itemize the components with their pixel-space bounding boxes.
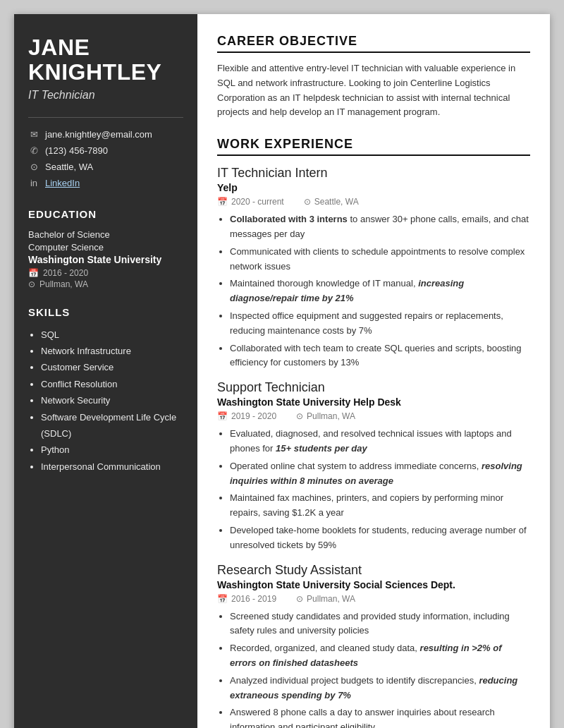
linkedin-link[interactable]: LinkedIn bbox=[45, 178, 80, 188]
resume-container: JANE KNIGHTLEY IT Technician ✉ jane.knig… bbox=[14, 14, 550, 728]
location-icon: ⊙ bbox=[304, 197, 311, 207]
job-bullets: Screened study candidates and provided s… bbox=[217, 609, 530, 728]
work-experience-heading: WORK EXPERIENCE bbox=[217, 137, 530, 156]
job-entry: Support Technician Washington State Univ… bbox=[217, 380, 530, 552]
location-icon: ⊙ bbox=[296, 594, 303, 604]
bullet-item: Screened study candidates and provided s… bbox=[230, 609, 530, 639]
job-bullets: Collaborated with 3 interns to answer 30… bbox=[217, 212, 530, 370]
edu-major: Computer Science bbox=[28, 242, 183, 253]
job-entry: IT Technician Intern Yelp 📅 2020 - curre… bbox=[217, 166, 530, 370]
email-contact: ✉ jane.knightley@email.com bbox=[28, 129, 183, 140]
bullet-item: Inspected office equipment and suggested… bbox=[230, 309, 530, 339]
bullet-item: Collaborated with tech team to create SQ… bbox=[230, 341, 530, 371]
candidate-name: JANE KNIGHTLEY bbox=[28, 35, 183, 85]
skill-item: Software Development Life Cycle (SDLC) bbox=[41, 409, 183, 442]
job-dates: 📅 2020 - current bbox=[217, 197, 284, 207]
bullet-item: Maintained fax machines, printers, and c… bbox=[230, 491, 530, 521]
job-bullets: Evaluated, diagnosed, and resolved techn… bbox=[217, 427, 530, 552]
bullet-item: Developed take-home booklets for student… bbox=[230, 523, 530, 553]
job-meta: 📅 2016 - 2019 ⊙ Pullman, WA bbox=[217, 594, 530, 604]
skill-item: Interpersonal Communication bbox=[41, 459, 183, 475]
job-meta: 📅 2019 - 2020 ⊙ Pullman, WA bbox=[217, 411, 530, 421]
skill-item: Conflict Resolution bbox=[41, 376, 183, 392]
main-content: CAREER OBJECTIVE Flexible and attentive … bbox=[197, 14, 550, 728]
contact-section: ✉ jane.knightley@email.com ✆ (123) 456-7… bbox=[28, 117, 183, 188]
job-company: Washington State University Social Scien… bbox=[217, 579, 530, 590]
skill-item: SQL bbox=[41, 327, 183, 343]
location-contact: ⊙ Seattle, WA bbox=[28, 162, 183, 172]
job-title: IT Technician Intern bbox=[217, 166, 530, 181]
education-block: Bachelor of Science Computer Science Was… bbox=[28, 229, 183, 289]
sidebar: JANE KNIGHTLEY IT Technician ✉ jane.knig… bbox=[14, 14, 197, 728]
job-location: ⊙ Seattle, WA bbox=[304, 197, 359, 207]
bullet-item: Collaborated with 3 interns to answer 30… bbox=[230, 212, 530, 242]
job-meta: 📅 2020 - current ⊙ Seattle, WA bbox=[217, 197, 530, 207]
job-company: Washington State University Help Desk bbox=[217, 396, 530, 408]
skills-section-title: SKILLS bbox=[28, 306, 183, 318]
education-section-title: EDUCATION bbox=[28, 208, 183, 220]
bullet-item: Evaluated, diagnosed, and resolved techn… bbox=[230, 427, 530, 456]
edu-years: 📅 2016 - 2020 bbox=[28, 268, 183, 278]
edu-university: Washington State University bbox=[28, 254, 183, 265]
edu-location: ⊙ Pullman, WA bbox=[28, 279, 183, 289]
skill-item: Customer Service bbox=[41, 359, 183, 375]
phone-contact: ✆ (123) 456-7890 bbox=[28, 145, 183, 156]
linkedin-contact[interactable]: in LinkedIn bbox=[28, 178, 183, 188]
bullet-item: Maintained thorough knowledge of IT manu… bbox=[230, 277, 530, 306]
calendar-icon: 📅 bbox=[217, 411, 228, 421]
location-edu-icon: ⊙ bbox=[28, 279, 35, 289]
job-location: ⊙ Pullman, WA bbox=[296, 411, 355, 421]
calendar-icon: 📅 bbox=[217, 594, 228, 604]
skills-list: SQL Network Infrastructure Customer Serv… bbox=[28, 327, 183, 475]
career-objective-text: Flexible and attentive entry-level IT te… bbox=[217, 61, 530, 120]
bullet-item: Communicated with clients to schedule ap… bbox=[230, 245, 530, 274]
bullet-item: Answered 8 phone calls a day to answer i… bbox=[230, 705, 530, 728]
skill-item: Python bbox=[41, 442, 183, 458]
location-icon: ⊙ bbox=[296, 411, 303, 421]
location-icon: ⊙ bbox=[28, 162, 39, 172]
skill-item: Network Infrastructure bbox=[41, 343, 183, 359]
edu-degree: Bachelor of Science bbox=[28, 229, 183, 241]
job-title: Support Technician bbox=[217, 380, 530, 395]
location-value: Seattle, WA bbox=[45, 162, 93, 172]
bullet-item: Recorded, organized, and cleaned study d… bbox=[230, 641, 530, 671]
phone-value: (123) 456-7890 bbox=[45, 145, 108, 156]
linkedin-icon: in bbox=[28, 178, 39, 188]
calendar-icon: 📅 bbox=[28, 268, 39, 278]
skill-item: Network Security bbox=[41, 392, 183, 408]
job-company: Yelp bbox=[217, 182, 530, 193]
bullet-item: Operated online chat system to address i… bbox=[230, 459, 530, 489]
job-location: ⊙ Pullman, WA bbox=[296, 594, 355, 604]
email-value: jane.knightley@email.com bbox=[45, 129, 152, 140]
job-dates: 📅 2019 - 2020 bbox=[217, 411, 276, 421]
email-icon: ✉ bbox=[28, 129, 39, 140]
candidate-title: IT Technician bbox=[28, 89, 183, 102]
phone-icon: ✆ bbox=[28, 145, 39, 156]
career-objective-heading: CAREER OBJECTIVE bbox=[217, 34, 530, 53]
job-title: Research Study Assistant bbox=[217, 563, 530, 578]
job-entry: Research Study Assistant Washington Stat… bbox=[217, 563, 530, 728]
job-dates: 📅 2016 - 2019 bbox=[217, 594, 276, 604]
calendar-icon: 📅 bbox=[217, 197, 228, 207]
bullet-item: Analyzed individual project budgets to i… bbox=[230, 674, 530, 703]
